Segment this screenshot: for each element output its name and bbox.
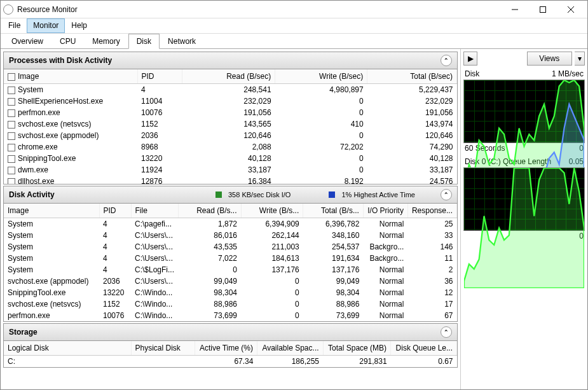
table-row[interactable]: perfmon.exe10076191,0560191,056 [4, 107, 457, 118]
row-checkbox[interactable] [8, 178, 15, 184]
row-checkbox[interactable] [8, 98, 15, 106]
col-image[interactable]: Image [4, 204, 99, 218]
col-io[interactable]: I/O Priority [363, 204, 407, 218]
col-write[interactable]: Write (B/s... [241, 204, 303, 218]
collapse-icon[interactable]: ⌃ [441, 189, 452, 200]
col-available[interactable]: Available Spac... [257, 341, 323, 356]
panel-processes-body[interactable]: Image PID Read (B/sec) Write (B/sec) Tot… [4, 69, 457, 184]
row-checkbox[interactable] [8, 144, 15, 151]
tab-overview[interactable]: Overview [3, 34, 51, 48]
col-write[interactable]: Write (B/sec) [275, 69, 367, 84]
col-active-time[interactable]: Active Time (%) [195, 341, 257, 356]
graph-disk-scale: 1 MB/sec [552, 69, 584, 78]
row-checkbox[interactable] [8, 155, 15, 163]
table-row[interactable]: chrome.exe89682,08872,20274,290 [4, 141, 457, 153]
views-button[interactable]: Views [527, 52, 573, 66]
main-pane[interactable]: Processes with Disk Activity ⌃ Image PID… [1, 49, 460, 389]
menu-help[interactable]: Help [65, 18, 93, 33]
panel-storage-body: Logical Disk Physical Disk Active Time (… [4, 341, 457, 367]
table-row[interactable]: System4248,5414,980,8975,229,437 [4, 84, 457, 96]
panel-processes-title: Processes with Disk Activity [9, 56, 112, 65]
row-checkbox[interactable] [8, 87, 15, 94]
menu-file[interactable]: File [2, 18, 27, 33]
panel-storage-header[interactable]: Storage ⌃ [4, 324, 457, 341]
col-logical-disk[interactable]: Logical Disk [4, 341, 131, 356]
panel-disk-activity-title: Disk Activity [9, 190, 55, 199]
table-row[interactable]: System4C:\Users\...86,016262,144348,160N… [4, 230, 457, 241]
col-resp[interactable]: Response... [407, 204, 456, 218]
row-checkbox[interactable] [8, 132, 15, 140]
tab-network[interactable]: Network [160, 34, 204, 48]
table-row[interactable]: svchost.exe (appmodel)2036120,6460120,64… [4, 130, 457, 141]
col-queue[interactable]: Disk Queue Le... [391, 341, 457, 356]
graph-queue: Disk 0 (C:) Queue Length0.05 0 [463, 156, 585, 241]
stat-disk-io: 358 KB/sec Disk I/O [228, 191, 291, 198]
table-row[interactable]: System4C:\Users\...43,535211,003254,537B… [4, 241, 457, 253]
table-row[interactable]: dllhost.exe1287616,3848,19224,576 [4, 176, 457, 184]
checkbox-all[interactable] [8, 73, 15, 81]
tab-memory[interactable]: Memory [84, 34, 128, 48]
col-total[interactable]: Total (B/s... [303, 204, 364, 218]
table-row[interactable]: dwm.exe1192433,187033,187 [4, 164, 457, 176]
table-row[interactable]: svchost.exe (appmodel)2036C:\Users\...99… [4, 275, 457, 287]
table-row[interactable]: perfmon.exe10076C:\Windo...73,699073,699… [4, 310, 457, 321]
col-total[interactable]: Total (B/sec) [367, 69, 457, 84]
minimize-button[interactable] [501, 1, 529, 18]
window-title: Resource Monitor [17, 5, 501, 14]
table-row[interactable]: SnippingTool.exe1322040,128040,128 [4, 153, 457, 164]
views-dropdown-button[interactable]: ▾ [575, 52, 585, 66]
col-total-space[interactable]: Total Space (MB) [323, 341, 391, 356]
collapse-icon[interactable]: ⌃ [441, 55, 452, 66]
tabbar: Overview CPU Memory Disk Network [1, 34, 587, 49]
panel-storage-title: Storage [9, 328, 38, 337]
row-checkbox[interactable] [8, 109, 15, 117]
panel-storage: Storage ⌃ Logical Disk Physical Disk Act… [3, 323, 458, 368]
svg-rect-1 [540, 6, 546, 12]
col-read[interactable]: Read (B/sec) [182, 69, 275, 84]
panel-processes-header[interactable]: Processes with Disk Activity ⌃ [4, 52, 457, 69]
panel-disk-activity-header[interactable]: Disk Activity 358 KB/sec Disk I/O 1% Hig… [4, 186, 457, 204]
col-pid[interactable]: PID [137, 69, 182, 84]
graph-disk: Disk1 MB/sec 60 Seconds0 [463, 68, 585, 153]
panel-processes: Processes with Disk Activity ⌃ Image PID… [3, 52, 458, 185]
panel-disk-activity: Disk Activity 358 KB/sec Disk I/O 1% Hig… [3, 186, 458, 322]
blue-indicator-icon [329, 192, 335, 198]
stat-active-time: 1% Highest Active Time [341, 191, 415, 198]
menu-monitor[interactable]: Monitor [27, 18, 65, 33]
side-pane: ▶ Views ▾ Disk1 MB/sec 60 Seconds0 Disk … [460, 49, 587, 389]
table-row[interactable]: svchost.exe (netsvcs)1152C:\Windo...88,9… [4, 298, 457, 310]
col-image[interactable]: Image [4, 69, 137, 84]
col-physical-disk[interactable]: Physical Disk [131, 341, 195, 356]
table-row[interactable]: C:67.34186,255291,8310.67 [4, 356, 457, 368]
row-checkbox[interactable] [8, 167, 15, 174]
table-row[interactable]: System4C:\pagefi...1,8726,394,9096,396,7… [4, 218, 457, 230]
graph-disk-title: Disk [465, 69, 479, 78]
close-button[interactable] [557, 1, 585, 18]
table-row[interactable]: SnippingTool.exe13220C:\Windo...98,30409… [4, 287, 457, 298]
panel-disk-activity-body[interactable]: Image PID File Read (B/s... Write (B/s..… [4, 204, 457, 321]
col-file[interactable]: File [131, 204, 178, 218]
green-indicator-icon [215, 192, 222, 198]
col-pid[interactable]: PID [99, 204, 131, 218]
tab-disk[interactable]: Disk [128, 34, 160, 49]
titlebar[interactable]: Resource Monitor [1, 1, 587, 18]
table-row[interactable]: ShellExperienceHost.exe11004232,0290232,… [4, 95, 457, 107]
menubar: File Monitor Help [1, 18, 587, 34]
col-read[interactable]: Read (B/s... [178, 204, 241, 218]
app-icon [3, 4, 13, 15]
row-checkbox[interactable] [8, 121, 15, 129]
side-collapse-button[interactable]: ▶ [463, 52, 477, 66]
maximize-button[interactable] [529, 1, 557, 18]
table-row[interactable]: System4C:\Users\...7,022184,613191,634Ba… [4, 253, 457, 264]
collapse-icon[interactable]: ⌃ [441, 326, 452, 338]
table-row[interactable]: System4C:\$LogFi...0137,176137,176Normal… [4, 264, 457, 275]
table-row[interactable]: svchost.exe (netsvcs)1152143,565410143,9… [4, 118, 457, 130]
tab-cpu[interactable]: CPU [51, 34, 84, 48]
